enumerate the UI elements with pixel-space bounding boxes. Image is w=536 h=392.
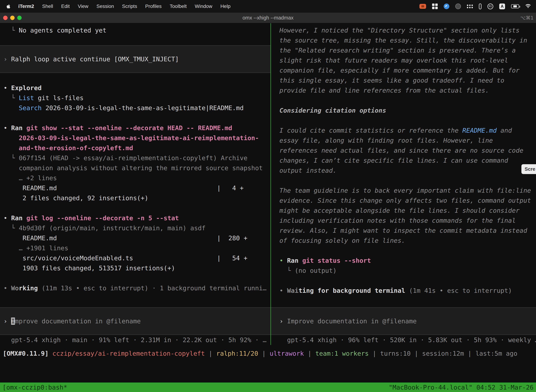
tmux-window-shortcut: ⌥⌘1: [520, 15, 536, 21]
grid-icon[interactable]: [432, 4, 438, 9]
terminal-line: • Ran git show --stat --oneline --decora…: [0, 123, 270, 133]
screen-recording-indicator-icon[interactable]: [419, 4, 426, 9]
queued-message-banner[interactable]: › Ralph loop active continue [OMX_TMUX_I…: [0, 45, 270, 73]
screen-notification[interactable]: Scre: [522, 164, 536, 174]
terminal-line: [0, 113, 270, 123]
traffic-lights: [0, 16, 22, 20]
close-button[interactable]: [3, 16, 8, 20]
terminal-line: and-the-erosion-of-copyleft.md: [0, 143, 270, 153]
left-pane[interactable]: └ No agents completed yet› Ralph loop ac…: [0, 23, 270, 345]
terminal-line: slight risk that future readers may over…: [271, 55, 536, 65]
terminal-line: [271, 246, 536, 256]
omx-status-line: [OMX#0.11.9] cczip/essay/ai-reimplementa…: [0, 348, 536, 359]
terminal-line: … +2 lines: [0, 173, 270, 183]
menu-item-profiles[interactable]: Profiles: [145, 4, 162, 9]
menu-items: iTerm2ShellEditViewSessionScriptsProfile…: [6, 4, 230, 9]
terminal-line: › Ralph loop active continue [OMX_TMUX_I…: [0, 54, 270, 64]
terminal-line: [0, 35, 270, 45]
tmux-status-bar: [omx-cczip0:bash* "MacBook-Pro-44.local"…: [0, 383, 536, 392]
tmux-panes: └ No agents completed yet› Ralph loop ac…: [0, 23, 536, 345]
tmux-host-clock: "MacBook-Pro-44.local" 04:52 31-Mar-26: [389, 384, 534, 391]
menu-bar-status-area: 61 A: [419, 4, 531, 9]
terminal-line: › Improve documentation in @filename: [0, 316, 270, 326]
menu-item-iterm2[interactable]: iTerm2: [18, 4, 34, 9]
terminal-line: output instead.: [271, 165, 536, 175]
terminal-line: └ 4b9d30f (origin/main, instructkr/main,…: [0, 223, 270, 233]
session-status-right: gpt-5.4 xhigh · 96% left · 520K in · 5.8…: [271, 335, 536, 345]
wifi-icon[interactable]: [525, 4, 531, 9]
terminal-line: 2 files changed, 92 insertions(+): [0, 193, 270, 203]
terminal-line: companion file, especially if more comme…: [271, 65, 536, 75]
terminal-line: might be acceptable alongside the file l…: [271, 205, 536, 215]
zoom-button[interactable]: [17, 16, 22, 20]
input-source-icon[interactable]: A: [499, 4, 505, 9]
terminal-line: evidence. Since this change only affects…: [271, 196, 536, 205]
terminal-line: └ List git ls-files: [0, 93, 270, 103]
terminal-line: references need actual files, and since …: [271, 145, 536, 155]
window-title: omx --xhigh --madmax: [0, 15, 536, 21]
terminal-line: [0, 203, 270, 213]
terminal-line: essay file, along with finding root file…: [271, 135, 536, 145]
right-pane[interactable]: However, I noticed the "Directory Struct…: [271, 23, 536, 345]
terminal-line: └ (no output): [271, 266, 536, 275]
tmux-session-label: [omx-cczip0:bash*: [2, 384, 67, 391]
terminal-line: [0, 273, 270, 283]
compass-icon[interactable]: [444, 4, 449, 9]
key-icon[interactable]: [479, 4, 482, 9]
terminal-line: [271, 115, 536, 125]
menu-item-shell[interactable]: Shell: [42, 4, 53, 9]
terminal-line: [0, 73, 270, 83]
terminal-line: companion analysis without altering the …: [0, 163, 270, 173]
menu-item-help[interactable]: Help: [220, 4, 230, 9]
menu-item-scripts[interactable]: Scripts: [122, 4, 137, 9]
dots-grid-icon[interactable]: [467, 5, 473, 8]
block-cursor: I: [11, 317, 15, 325]
terminal-line: › Improve documentation in @filename: [271, 316, 536, 326]
terminal-line: 2026-03-09-is-legal-the-same-as-legitima…: [0, 133, 270, 143]
terminal-line: src/voice/voiceModeEnabled.ts | 54 +: [0, 253, 270, 263]
terminal-line: • Explored: [0, 83, 270, 93]
gauge-icon[interactable]: 61: [488, 4, 493, 9]
terminal-line: this single essay, it seems like a good …: [271, 75, 536, 85]
session-status-left: gpt-5.4 xhigh · main · 91% left · 2.31M …: [0, 335, 270, 345]
terminal-line: changes, I can’t cite specific file line…: [271, 155, 536, 165]
menu-item-edit[interactable]: Edit: [61, 4, 70, 9]
terminal-line: • Ran git log --oneline --decorate -n 5 …: [0, 213, 270, 223]
terminal-line: • Working (11m 13s • esc to interrupt) ·…: [0, 283, 270, 293]
terminal-line: the "Related research writing" section i…: [271, 45, 536, 55]
menu-bar: iTerm2ShellEditViewSessionScriptsProfile…: [0, 0, 536, 13]
apple-logo-icon[interactable]: [6, 4, 11, 9]
terminal-line: [271, 275, 536, 285]
prompt-input-left[interactable]: › Improve documentation in @filename: [0, 307, 270, 335]
terminal-line: review. Also, I might want to inspect th…: [271, 225, 536, 236]
terminal-line: • Waiting for background terminal (1m 41…: [271, 285, 536, 296]
menu-item-window[interactable]: Window: [195, 4, 212, 9]
terminal-line: [271, 175, 536, 186]
terminal-line: the source tree, missing the essay. Stil…: [271, 35, 536, 45]
terminal-line: including verification notes with those …: [271, 215, 536, 225]
prompt-input-right[interactable]: › Improve documentation in @filename: [271, 307, 536, 335]
round-app-icon[interactable]: [455, 4, 461, 9]
terminal-line: I could cite commit statistics or refere…: [271, 125, 536, 135]
terminal-window: └ No agents completed yet› Ralph loop ac…: [0, 23, 536, 392]
terminal-line: • Ran git status --short: [271, 256, 536, 266]
terminal-line: README.md | 4 +: [0, 183, 270, 193]
terminal-line: provide file and line references from th…: [271, 85, 536, 95]
menu-item-session[interactable]: Session: [96, 4, 114, 9]
battery-icon[interactable]: [511, 4, 519, 9]
terminal-line: [271, 95, 536, 105]
terminal-line: Search 2026-03-09-is-legal-the-same-as-l…: [0, 103, 270, 113]
terminal-line: Considering citation options: [271, 105, 536, 115]
terminal-line: 1903 files changed, 513517 insertions(+): [0, 263, 270, 273]
terminal-line: of focusing solely on file lines.: [271, 236, 536, 246]
terminal-line: … +1901 lines: [0, 243, 270, 253]
minimize-button[interactable]: [10, 16, 14, 20]
window-titlebar[interactable]: omx --xhigh --madmax ⌥⌘1: [0, 13, 536, 23]
menu-item-view[interactable]: View: [78, 4, 88, 9]
terminal-line: However, I noticed the "Directory Struct…: [271, 25, 536, 35]
terminal-line: └ 067f154 (HEAD -> essay/ai-reimplementa…: [0, 153, 270, 163]
terminal-line: README.md | 280 +: [0, 233, 270, 243]
terminal-line: The team guideline is to back every impo…: [271, 186, 536, 196]
terminal-line: └ No agents completed yet: [0, 25, 270, 35]
menu-item-toolbelt[interactable]: Toolbelt: [170, 4, 187, 9]
